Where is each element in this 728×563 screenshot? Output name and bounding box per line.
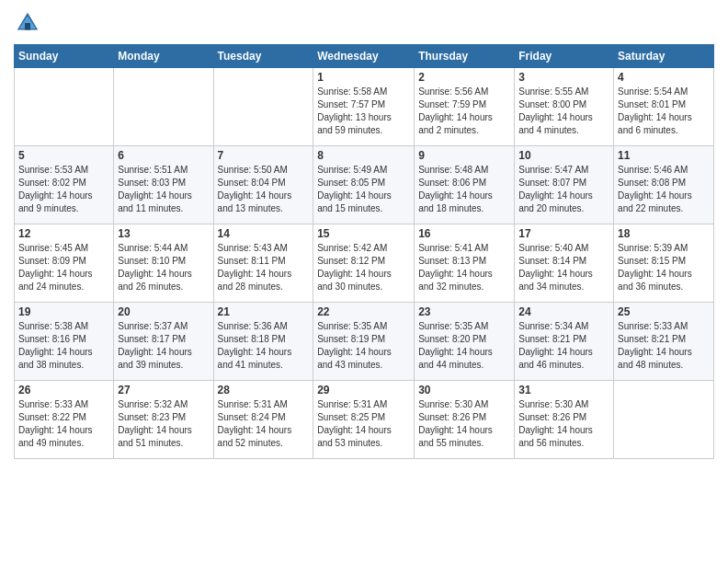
day-info: Sunrise: 5:51 AM Sunset: 8:03 PM Dayligh… (118, 164, 209, 215)
day-number: 7 (218, 149, 310, 162)
day-info: Sunrise: 5:31 AM Sunset: 8:25 PM Dayligh… (317, 398, 410, 450)
day-number: 18 (618, 227, 710, 240)
calendar-cell: 14Sunrise: 5:43 AM Sunset: 8:11 PM Dayli… (213, 224, 313, 303)
day-number: 3 (518, 71, 609, 84)
day-info: Sunrise: 5:33 AM Sunset: 8:21 PM Dayligh… (618, 320, 710, 372)
day-info: Sunrise: 5:36 AM Sunset: 8:18 PM Dayligh… (218, 320, 310, 372)
day-info: Sunrise: 5:34 AM Sunset: 8:21 PM Dayligh… (518, 320, 609, 372)
calendar-cell: 15Sunrise: 5:42 AM Sunset: 8:12 PM Dayli… (313, 224, 415, 303)
day-number: 21 (218, 305, 310, 318)
calendar-cell: 19Sunrise: 5:38 AM Sunset: 8:16 PM Dayli… (15, 303, 114, 381)
week-row-4: 26Sunrise: 5:33 AM Sunset: 8:22 PM Dayli… (15, 381, 714, 459)
page: SundayMondayTuesdayWednesdayThursdayFrid… (0, 0, 728, 563)
calendar-cell: 16Sunrise: 5:41 AM Sunset: 8:13 PM Dayli… (415, 224, 515, 303)
calendar-cell: 20Sunrise: 5:37 AM Sunset: 8:17 PM Dayli… (114, 303, 213, 381)
calendar-cell: 22Sunrise: 5:35 AM Sunset: 8:19 PM Dayli… (313, 303, 415, 381)
calendar-cell: 21Sunrise: 5:36 AM Sunset: 8:18 PM Dayli… (213, 303, 313, 381)
calendar-cell: 23Sunrise: 5:35 AM Sunset: 8:20 PM Dayli… (415, 303, 515, 381)
day-number: 15 (317, 227, 410, 240)
day-info: Sunrise: 5:31 AM Sunset: 8:24 PM Dayligh… (218, 398, 310, 450)
day-info: Sunrise: 5:48 AM Sunset: 8:06 PM Dayligh… (418, 164, 510, 215)
day-info: Sunrise: 5:45 AM Sunset: 8:09 PM Dayligh… (18, 242, 109, 293)
day-number: 9 (418, 149, 510, 162)
day-info: Sunrise: 5:30 AM Sunset: 8:26 PM Dayligh… (518, 398, 609, 450)
calendar-cell: 2Sunrise: 5:56 AM Sunset: 7:59 PM Daylig… (415, 68, 515, 146)
day-number: 28 (218, 384, 310, 396)
day-info: Sunrise: 5:50 AM Sunset: 8:04 PM Dayligh… (218, 164, 310, 215)
day-info: Sunrise: 5:35 AM Sunset: 8:20 PM Dayligh… (418, 320, 510, 372)
day-number: 30 (418, 384, 510, 396)
calendar-cell: 10Sunrise: 5:47 AM Sunset: 8:07 PM Dayli… (515, 146, 614, 224)
weekday-header-sunday: Sunday (15, 45, 114, 68)
day-info: Sunrise: 5:53 AM Sunset: 8:02 PM Dayligh… (18, 164, 109, 215)
day-number: 31 (518, 384, 609, 396)
day-info: Sunrise: 5:46 AM Sunset: 8:08 PM Dayligh… (618, 164, 710, 215)
calendar-cell: 28Sunrise: 5:31 AM Sunset: 8:24 PM Dayli… (213, 381, 313, 459)
day-info: Sunrise: 5:41 AM Sunset: 8:13 PM Dayligh… (418, 242, 510, 293)
weekday-header-monday: Monday (114, 45, 213, 68)
day-number: 2 (418, 71, 510, 84)
calendar-cell (614, 381, 714, 459)
day-info: Sunrise: 5:38 AM Sunset: 8:16 PM Dayligh… (18, 320, 109, 372)
calendar-cell: 26Sunrise: 5:33 AM Sunset: 8:22 PM Dayli… (15, 381, 114, 459)
day-number: 29 (317, 384, 410, 396)
calendar-cell: 25Sunrise: 5:33 AM Sunset: 8:21 PM Dayli… (614, 303, 714, 381)
weekday-header-tuesday: Tuesday (213, 45, 313, 68)
week-row-0: 1Sunrise: 5:58 AM Sunset: 7:57 PM Daylig… (15, 68, 714, 146)
calendar-cell: 24Sunrise: 5:34 AM Sunset: 8:21 PM Dayli… (515, 303, 614, 381)
day-number: 1 (317, 71, 410, 84)
day-number: 24 (518, 305, 609, 318)
calendar-cell: 13Sunrise: 5:44 AM Sunset: 8:10 PM Dayli… (114, 224, 213, 303)
day-number: 4 (618, 71, 710, 84)
day-number: 6 (118, 149, 209, 162)
day-number: 23 (418, 305, 510, 318)
calendar-cell: 29Sunrise: 5:31 AM Sunset: 8:25 PM Dayli… (313, 381, 415, 459)
day-info: Sunrise: 5:30 AM Sunset: 8:26 PM Dayligh… (418, 398, 510, 450)
weekday-header-friday: Friday (515, 45, 614, 68)
calendar-cell: 6Sunrise: 5:51 AM Sunset: 8:03 PM Daylig… (114, 146, 213, 224)
day-number: 14 (218, 227, 310, 240)
day-number: 17 (518, 227, 609, 240)
day-number: 16 (418, 227, 510, 240)
weekday-header-wednesday: Wednesday (313, 45, 415, 68)
day-info: Sunrise: 5:35 AM Sunset: 8:19 PM Dayligh… (317, 320, 410, 372)
day-info: Sunrise: 5:40 AM Sunset: 8:14 PM Dayligh… (518, 242, 609, 293)
day-number: 26 (18, 384, 109, 396)
day-info: Sunrise: 5:56 AM Sunset: 7:59 PM Dayligh… (418, 86, 510, 137)
day-info: Sunrise: 5:55 AM Sunset: 8:00 PM Dayligh… (518, 86, 609, 137)
day-number: 27 (118, 384, 209, 396)
day-number: 13 (118, 227, 209, 240)
svg-rect-2 (25, 23, 30, 30)
week-row-1: 5Sunrise: 5:53 AM Sunset: 8:02 PM Daylig… (15, 146, 714, 224)
day-number: 10 (518, 149, 609, 162)
calendar-cell (114, 68, 213, 146)
day-number: 12 (18, 227, 109, 240)
day-info: Sunrise: 5:49 AM Sunset: 8:05 PM Dayligh… (317, 164, 410, 215)
calendar-cell: 12Sunrise: 5:45 AM Sunset: 8:09 PM Dayli… (15, 224, 114, 303)
logo (14, 9, 44, 37)
day-number: 25 (618, 305, 710, 318)
calendar-cell: 1Sunrise: 5:58 AM Sunset: 7:57 PM Daylig… (313, 68, 415, 146)
day-info: Sunrise: 5:32 AM Sunset: 8:23 PM Dayligh… (118, 398, 209, 450)
day-info: Sunrise: 5:43 AM Sunset: 8:11 PM Dayligh… (218, 242, 310, 293)
day-info: Sunrise: 5:58 AM Sunset: 7:57 PM Dayligh… (317, 86, 410, 137)
calendar-cell: 31Sunrise: 5:30 AM Sunset: 8:26 PM Dayli… (515, 381, 614, 459)
day-number: 11 (618, 149, 710, 162)
day-number: 20 (118, 305, 209, 318)
day-info: Sunrise: 5:39 AM Sunset: 8:15 PM Dayligh… (618, 242, 710, 293)
calendar-cell (15, 68, 114, 146)
day-number: 22 (317, 305, 410, 318)
calendar-cell: 5Sunrise: 5:53 AM Sunset: 8:02 PM Daylig… (15, 146, 114, 224)
calendar-cell: 8Sunrise: 5:49 AM Sunset: 8:05 PM Daylig… (313, 146, 415, 224)
calendar-cell: 3Sunrise: 5:55 AM Sunset: 8:00 PM Daylig… (515, 68, 614, 146)
calendar-cell: 4Sunrise: 5:54 AM Sunset: 8:01 PM Daylig… (614, 68, 714, 146)
day-number: 5 (18, 149, 109, 162)
calendar-cell: 17Sunrise: 5:40 AM Sunset: 8:14 PM Dayli… (515, 224, 614, 303)
calendar-cell: 30Sunrise: 5:30 AM Sunset: 8:26 PM Dayli… (415, 381, 515, 459)
calendar-cell: 7Sunrise: 5:50 AM Sunset: 8:04 PM Daylig… (213, 146, 313, 224)
day-info: Sunrise: 5:54 AM Sunset: 8:01 PM Dayligh… (618, 86, 710, 137)
day-info: Sunrise: 5:37 AM Sunset: 8:17 PM Dayligh… (118, 320, 209, 372)
week-row-2: 12Sunrise: 5:45 AM Sunset: 8:09 PM Dayli… (15, 224, 714, 303)
calendar-cell (213, 68, 313, 146)
header (14, 9, 714, 37)
